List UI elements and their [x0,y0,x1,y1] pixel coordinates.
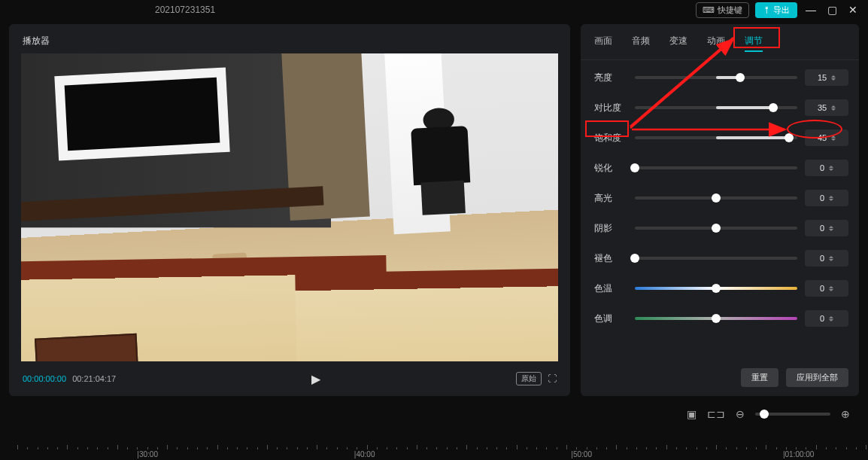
slider-value[interactable]: 0 [805,160,848,176]
slider-row-对比度: 对比度35 [594,99,848,116]
tab-画面[interactable]: 画面 [594,35,612,52]
slider-thumb[interactable] [785,133,794,142]
slider-label: 对比度 [594,102,627,114]
ruler-label: |30:00 [137,450,158,458]
split-tool[interactable]: ⊏⊐ [707,408,725,420]
properties-tabs: 画面音频变速动画调节 [581,24,859,60]
current-time: 00:00:00:00 [23,374,66,383]
slider-track[interactable] [635,317,797,320]
tab-调节[interactable]: 调节 [745,35,763,52]
stepper-icon[interactable] [831,75,836,81]
properties-footer: 重置 应用到全部 [581,359,859,396]
slider-row-色温: 色温0 [594,280,848,297]
slider-track[interactable] [635,257,797,260]
title-bar: 202107231351 ⌨ 快捷键 ⭱ 导出 — ▢ ✕ [0,0,868,20]
slider-thumb[interactable] [712,224,721,233]
crop-icon: ▣ [687,408,697,420]
slider-thumb[interactable] [712,193,721,203]
slider-value[interactable]: 0 [805,190,848,206]
slider-value[interactable]: 35 [805,99,848,116]
stepper-icon[interactable] [829,166,833,171]
crop-tool[interactable]: ▣ [687,408,697,420]
zoom-in-button[interactable]: ⊕ [841,408,850,420]
close-icon: ✕ [848,4,857,16]
timeline-ruler[interactable]: |30:00|40:00|50:00|01:00:00 [0,436,868,460]
export-button[interactable]: ⭱ 导出 [755,2,797,18]
slider-thumb[interactable] [712,284,721,293]
project-title: 202107231351 [155,5,215,15]
slider-thumb[interactable] [736,73,745,82]
fullscreen-button[interactable]: ⛶ [548,373,557,384]
slider-label: 色温 [594,282,627,295]
timeline-tools: ▣ ⊏⊐ ⊖ ⊕ [0,404,868,425]
slider-track[interactable] [635,166,797,169]
slider-label: 褪色 [594,252,627,265]
slider-label: 阴影 [594,222,627,235]
sliders-group: 亮度15对比度35饱和度45锐化0高光0阴影0褪色0色温0色调0 [581,60,859,327]
window-controls-area: ⌨ 快捷键 ⭱ 导出 — ▢ ✕ [696,2,863,18]
stepper-icon[interactable] [829,316,833,321]
slider-value[interactable]: 0 [805,280,848,297]
zoom-thumb[interactable] [760,410,769,419]
slider-track[interactable] [635,76,797,79]
slider-track[interactable] [635,196,797,200]
zoom-in-icon: ⊕ [841,408,850,420]
slider-value[interactable]: 0 [805,220,848,236]
slider-label: 饱和度 [594,132,627,145]
slider-value[interactable]: 0 [805,310,848,327]
stepper-icon[interactable] [829,256,833,261]
slider-value[interactable]: 0 [805,250,848,267]
stepper-icon[interactable] [831,136,836,141]
slider-thumb[interactable] [712,314,721,323]
slider-thumb[interactable] [630,254,639,263]
shortcuts-label: 快捷键 [718,5,742,16]
ruler-label: |01:00:00 [783,450,815,458]
preview-canvas[interactable] [21,53,558,361]
slider-label: 锐化 [594,162,627,175]
preview-panel: 播放器 00:00:00:00 00:21:04:17 ▶ 原始 ⛶ [9,24,570,396]
tab-动画[interactable]: 动画 [707,35,725,52]
maximize-button[interactable]: ▢ [824,4,839,16]
slider-row-阴影: 阴影0 [594,220,848,236]
zoom-out-button[interactable]: ⊖ [736,408,745,420]
close-button[interactable]: ✕ [845,4,860,16]
slider-row-亮度: 亮度15 [594,69,848,86]
aspect-ratio-button[interactable]: 原始 [516,372,542,385]
split-icon: ⊏⊐ [707,408,725,420]
reset-button[interactable]: 重置 [741,368,778,387]
zoom-out-icon: ⊖ [736,408,745,420]
slider-thumb[interactable] [630,163,639,172]
slider-row-高光: 高光0 [594,190,848,206]
slider-label: 色调 [594,312,627,325]
slider-thumb[interactable] [769,103,778,112]
export-label: 导出 [773,5,790,16]
fullscreen-icon: ⛶ [548,373,557,384]
keyboard-icon: ⌨ [703,5,715,15]
video-frame [21,53,558,361]
play-icon: ▶ [311,373,320,385]
slider-value[interactable]: 15 [805,69,848,86]
slider-row-色调: 色调0 [594,310,848,327]
maximize-icon: ▢ [827,4,837,16]
play-button[interactable]: ▶ [311,372,320,386]
stepper-icon[interactable] [829,286,833,291]
tab-音频[interactable]: 音频 [632,35,650,52]
slider-track[interactable] [635,227,797,230]
slider-value[interactable]: 45 [805,129,848,146]
minimize-button[interactable]: — [803,4,818,16]
slider-row-锐化: 锐化0 [594,160,848,176]
stepper-icon[interactable] [829,196,833,201]
stepper-icon[interactable] [829,226,833,231]
slider-track[interactable] [635,287,797,290]
apply-all-button[interactable]: 应用到全部 [786,368,848,387]
slider-track[interactable] [635,106,797,109]
slider-row-褪色: 褪色0 [594,250,848,267]
zoom-slider[interactable] [755,413,830,416]
shortcuts-button[interactable]: ⌨ 快捷键 [696,2,749,18]
stepper-icon[interactable] [831,105,836,111]
preview-controls: 00:00:00:00 00:21:04:17 ▶ 原始 ⛶ [20,361,560,396]
slider-label: 亮度 [594,72,627,84]
slider-track[interactable] [635,136,797,139]
export-icon: ⭱ [763,5,771,14]
tab-变速[interactable]: 变速 [669,35,687,52]
